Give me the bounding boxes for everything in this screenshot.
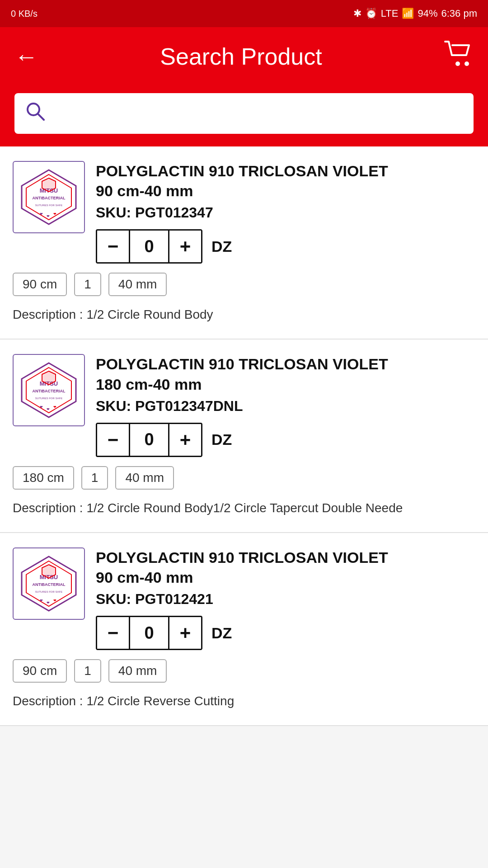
product-image: MITSU ANTIBACTERIAL SUTURES FOR SAFE ❤ ❤…: [13, 161, 85, 233]
svg-text:❤: ❤: [40, 599, 43, 603]
status-right: ✱ ⏰ LTE 📶 94% 6:36 pm: [353, 8, 477, 19]
product-info: POLYGLACTIN 910 TRICLOSAN VIOLET 90 cm-4…: [96, 161, 475, 264]
svg-text:❤: ❤: [53, 599, 56, 603]
tag-row: 90 cm 1 40 mm: [13, 273, 475, 296]
tag-row: 180 cm 1 40 mm: [13, 466, 475, 490]
svg-text:SUTURES FOR SAFE: SUTURES FOR SAFE: [35, 397, 62, 400]
clock: 6:36 pm: [441, 8, 478, 19]
qty-unit: DZ: [211, 431, 232, 448]
svg-text:SUTURES FOR SAFE: SUTURES FOR SAFE: [35, 204, 62, 207]
product-list: MITSU ANTIBACTERIAL SUTURES FOR SAFE ❤ ❤…: [0, 146, 488, 726]
tag-size[interactable]: 40 mm: [108, 273, 167, 296]
status-bar: 0 KB/s ✱ ⏰ LTE 📶 94% 6:36 pm: [0, 0, 488, 27]
qty-row: − 0 + DZ: [96, 616, 475, 650]
qty-decrease-button[interactable]: −: [97, 231, 129, 262]
svg-text:❤: ❤: [47, 601, 50, 605]
search-bar: [14, 93, 474, 134]
search-container: [0, 86, 488, 146]
search-icon: [25, 101, 45, 126]
product-name: POLYGLACTIN 910 TRICLOSAN VIOLET 90 cm-4…: [96, 547, 475, 587]
product-item: MITSU ANTIBACTERIAL SUTURES FOR SAFE ❤ ❤…: [0, 533, 488, 726]
qty-control: − 0 +: [96, 616, 202, 650]
tag-length[interactable]: 90 cm: [13, 659, 67, 683]
product-image: MITSU ANTIBACTERIAL SUTURES FOR SAFE ❤ ❤…: [13, 354, 85, 426]
svg-text:❤: ❤: [40, 405, 43, 409]
qty-increase-button[interactable]: +: [169, 231, 201, 262]
qty-value: 0: [129, 424, 169, 456]
qty-decrease-button[interactable]: −: [97, 617, 129, 649]
product-description: Description : 1/2 Circle Round Body1/2 C…: [13, 499, 475, 518]
svg-text:❤: ❤: [53, 405, 56, 409]
svg-point-1: [465, 61, 469, 66]
alarm-icon: ⏰: [365, 8, 377, 19]
tag-length[interactable]: 90 cm: [13, 273, 67, 296]
back-button[interactable]: ←: [14, 43, 38, 70]
qty-unit: DZ: [211, 624, 232, 642]
qty-unit: DZ: [211, 238, 232, 255]
qty-decrease-button[interactable]: −: [97, 424, 129, 456]
product-name: POLYGLACTIN 910 TRICLOSAN VIOLET 180 cm-…: [96, 354, 475, 394]
product-sku: SKU: PGT012421: [96, 591, 475, 608]
product-sku: SKU: PGT012347DNL: [96, 398, 475, 415]
tag-count[interactable]: 1: [74, 659, 101, 683]
product-sku: SKU: PGT012347: [96, 204, 475, 221]
qty-control: − 0 +: [96, 423, 202, 457]
svg-text:SUTURES FOR SAFE: SUTURES FOR SAFE: [35, 590, 62, 593]
svg-text:❤: ❤: [40, 212, 43, 216]
network-status: 0 KB/s: [11, 9, 38, 19]
svg-text:❤: ❤: [47, 407, 50, 411]
product-info: POLYGLACTIN 910 TRICLOSAN VIOLET 90 cm-4…: [96, 547, 475, 650]
app-header: ← Search Product: [0, 27, 488, 86]
qty-row: − 0 + DZ: [96, 423, 475, 457]
product-item: MITSU ANTIBACTERIAL SUTURES FOR SAFE ❤ ❤…: [0, 146, 488, 340]
product-item: MITSU ANTIBACTERIAL SUTURES FOR SAFE ❤ ❤…: [0, 340, 488, 533]
qty-value: 0: [129, 617, 169, 649]
tag-size[interactable]: 40 mm: [115, 466, 174, 490]
svg-line-3: [38, 114, 44, 120]
qty-control: − 0 +: [96, 229, 202, 264]
svg-point-0: [455, 61, 460, 66]
signal-icon: 📶: [402, 8, 414, 19]
bluetooth-icon: ✱: [353, 8, 361, 19]
tag-count[interactable]: 1: [81, 466, 108, 490]
qty-increase-button[interactable]: +: [169, 617, 201, 649]
product-description: Description : 1/2 Circle Reverse Cutting: [13, 692, 475, 711]
svg-text:❤: ❤: [47, 214, 50, 218]
product-info: POLYGLACTIN 910 TRICLOSAN VIOLET 180 cm-…: [96, 354, 475, 457]
product-name: POLYGLACTIN 910 TRICLOSAN VIOLET 90 cm-4…: [96, 161, 475, 201]
qty-row: − 0 + DZ: [96, 229, 475, 264]
tag-count[interactable]: 1: [74, 273, 101, 296]
svg-text:ANTIBACTERIAL: ANTIBACTERIAL: [33, 582, 66, 587]
tag-length[interactable]: 180 cm: [13, 466, 74, 490]
product-description: Description : 1/2 Circle Round Body: [13, 305, 475, 324]
lte-icon: LTE: [381, 8, 399, 19]
cart-button[interactable]: [444, 40, 474, 73]
svg-text:ANTIBACTERIAL: ANTIBACTERIAL: [33, 389, 66, 393]
battery-status: 94%: [418, 8, 437, 19]
svg-text:❤: ❤: [53, 212, 56, 216]
tag-size[interactable]: 40 mm: [108, 659, 167, 683]
qty-value: 0: [129, 231, 169, 262]
page-title: Search Product: [160, 43, 322, 70]
product-image: MITSU ANTIBACTERIAL SUTURES FOR SAFE ❤ ❤…: [13, 547, 85, 620]
search-input[interactable]: [54, 104, 463, 123]
svg-text:ANTIBACTERIAL: ANTIBACTERIAL: [33, 196, 66, 200]
qty-increase-button[interactable]: +: [169, 424, 201, 456]
tag-row: 90 cm 1 40 mm: [13, 659, 475, 683]
